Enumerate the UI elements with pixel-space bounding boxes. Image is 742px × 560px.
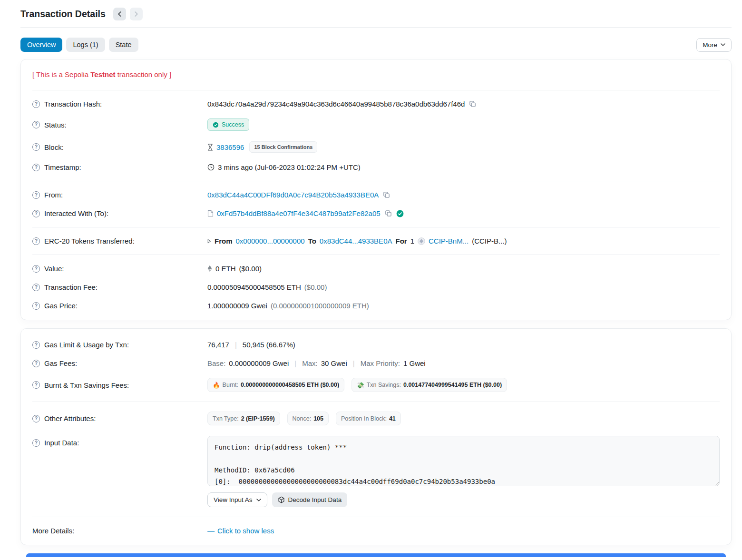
decode-input-data-button[interactable]: Decode Input Data — [272, 492, 348, 507]
timestamp-text: 3 mins ago (Jul-06-2023 01:02:24 PM +UTC… — [218, 163, 361, 171]
value-label: ? Value: — [32, 265, 207, 273]
help-icon[interactable]: ? — [32, 415, 40, 422]
page-title: Transaction Details — [20, 9, 106, 20]
row-gas-limit: ? Gas Limit & Usage by Txn: 76,417 | 50,… — [32, 335, 720, 354]
help-icon[interactable]: ? — [32, 237, 40, 245]
base-fee-label: Base: — [207, 359, 225, 367]
row-input-data: ? Input Data: Function: drip(address tok… — [32, 431, 720, 512]
clock-icon — [207, 164, 215, 171]
help-icon[interactable]: ? — [32, 341, 40, 349]
txn-savings-value: 0.001477404999541495 ETH ($0.00) — [403, 382, 502, 388]
copy-hash-button[interactable] — [468, 100, 477, 108]
copy-from-address-button[interactable] — [382, 191, 391, 198]
txn-type-label: Txn Type: — [213, 415, 239, 422]
help-icon[interactable]: ? — [32, 360, 40, 367]
label-text: Transaction Fee: — [44, 283, 98, 291]
input-data-value: Function: drip(address token) *** Method… — [207, 436, 720, 507]
help-icon[interactable]: ? — [32, 121, 40, 128]
position-label: Position In Block: — [341, 415, 387, 422]
row-interacted-with: ? Interacted With (To): 0xFd57b4ddBf88a4… — [32, 204, 720, 223]
max-priority-fee-value: 1 Gwei — [403, 359, 426, 367]
label-text: Input Data: — [44, 439, 79, 447]
block-number-link[interactable]: 3836596 — [216, 143, 244, 151]
help-icon[interactable]: ? — [32, 191, 40, 199]
row-block: ? Block: 3836596 15 Block Confirmations — [32, 136, 720, 158]
section-divider — [32, 255, 720, 255]
nonce-value: 105 — [313, 415, 323, 422]
details-card: ? Gas Limit & Usage by Txn: 76,417 | 50,… — [20, 328, 732, 545]
copy-icon — [385, 210, 392, 217]
pipe-separator: | — [292, 359, 299, 367]
more-details-value: — Click to show less — [207, 527, 720, 535]
label-text: Burnt & Txn Savings Fees: — [44, 381, 129, 389]
row-transaction-hash: ? Transaction Hash: 0x843dc70a4a29d79234… — [32, 95, 720, 113]
section-divider — [32, 227, 720, 227]
row-transaction-fee: ? Transaction Fee: 0.000050945000458505 … — [32, 278, 720, 296]
burnt-value: 0.000000000000458505 ETH ($0.00) — [241, 382, 339, 388]
transfer-from-address-link[interactable]: 0x000000...00000000 — [236, 237, 305, 245]
previous-transaction-button[interactable] — [113, 8, 126, 20]
copy-to-address-button[interactable] — [384, 210, 393, 217]
label-text: Block: — [44, 143, 64, 151]
from-label: ? From: — [32, 191, 207, 199]
eth-icon — [207, 265, 212, 272]
to-address-link[interactable]: 0xFd57b4ddBf88a4e07fF4e34C487b99af2Fe82a… — [217, 209, 381, 217]
transfer-to-word: To — [308, 237, 316, 245]
erc20-transfers-label: ? ERC-20 Tokens Transferred: — [32, 237, 207, 245]
copy-icon — [383, 191, 390, 198]
row-value: ? Value: 0 ETH ($0.00) — [32, 259, 720, 278]
label-text: Transaction Hash: — [44, 100, 102, 108]
transfer-amount: 1 — [410, 237, 414, 245]
help-icon[interactable]: ? — [32, 265, 40, 273]
burnt-label: Burnt: — [223, 382, 238, 388]
next-transaction-button[interactable] — [130, 8, 143, 20]
gas-price-value: 1.000000009 Gwei (0.000000001000000009 E… — [207, 302, 720, 310]
row-other-attributes: ? Other Attributes: Txn Type: 2 (EIP-155… — [32, 406, 720, 431]
txn-type-value: 2 (EIP-1559) — [241, 415, 275, 422]
other-attributes-value: Txn Type: 2 (EIP-1559) Nonce: 105 Positi… — [207, 412, 720, 425]
pipe-separator: | — [233, 341, 239, 349]
label-text: Value: — [44, 265, 64, 273]
more-dropdown-button[interactable]: More — [696, 38, 732, 52]
toggle-details-link[interactable]: — Click to show less — [207, 527, 274, 535]
value-value: 0 ETH ($0.00) — [207, 265, 720, 273]
label-text: Other Attributes: — [44, 414, 96, 422]
gas-price-eth: (0.000000001000000009 ETH) — [271, 302, 369, 310]
check-circle-icon — [213, 122, 219, 128]
contract-document-icon — [207, 210, 214, 217]
tab-overview[interactable]: Overview — [20, 38, 62, 52]
position-in-block-badge: Position In Block: 41 — [336, 412, 401, 425]
section-divider — [32, 517, 720, 517]
from-address-link[interactable]: 0x83dC44a4C00DFf69d0A0c7c94B20b53a4933BE… — [207, 191, 379, 199]
transfer-to-address-link[interactable]: 0x83dC44...4933BE0A — [320, 237, 392, 245]
transaction-fee-value: 0.000050945000458505 ETH ($0.00) — [207, 283, 720, 291]
input-data-textarea[interactable]: Function: drip(address token) *** Method… — [207, 436, 720, 486]
token-name-link[interactable]: CCIP-BnM... — [429, 237, 469, 245]
help-icon[interactable]: ? — [32, 439, 40, 447]
chevron-right-icon — [135, 11, 138, 17]
burnt-fee-badge: 🔥 Burnt: 0.000000000000458505 ETH ($0.00… — [207, 378, 344, 392]
help-icon[interactable]: ? — [32, 284, 40, 291]
help-icon[interactable]: ? — [32, 100, 40, 108]
help-icon[interactable]: ? — [32, 164, 40, 171]
hourglass-icon — [207, 144, 213, 151]
status-value: Success — [207, 118, 720, 131]
fee-usd: ($0.00) — [304, 283, 327, 291]
input-data-label: ? Input Data: — [32, 436, 207, 447]
view-input-as-button[interactable]: View Input As — [207, 492, 267, 507]
label-text: More Details: — [32, 527, 74, 535]
label-text: ERC-20 Tokens Transferred: — [44, 237, 135, 245]
help-icon[interactable]: ? — [32, 302, 40, 310]
help-icon[interactable]: ? — [32, 381, 40, 389]
help-icon[interactable]: ? — [32, 210, 40, 217]
position-value: 41 — [389, 415, 396, 422]
help-icon[interactable]: ? — [32, 143, 40, 151]
tab-logs[interactable]: Logs (1) — [66, 38, 105, 52]
max-fee-value: 30 Gwei — [321, 359, 347, 367]
tab-state[interactable]: State — [109, 38, 138, 52]
burnt-savings-label: ? Burnt & Txn Savings Fees: — [32, 381, 207, 389]
label-text: Gas Fees: — [44, 359, 77, 367]
block-confirmations-badge: 15 Block Confirmations — [249, 141, 317, 153]
txn-savings-label: Txn Savings: — [367, 382, 401, 388]
transaction-hash-text: 0x843dc70a4a29d79234c49a904c363d6c46640a… — [207, 100, 465, 108]
